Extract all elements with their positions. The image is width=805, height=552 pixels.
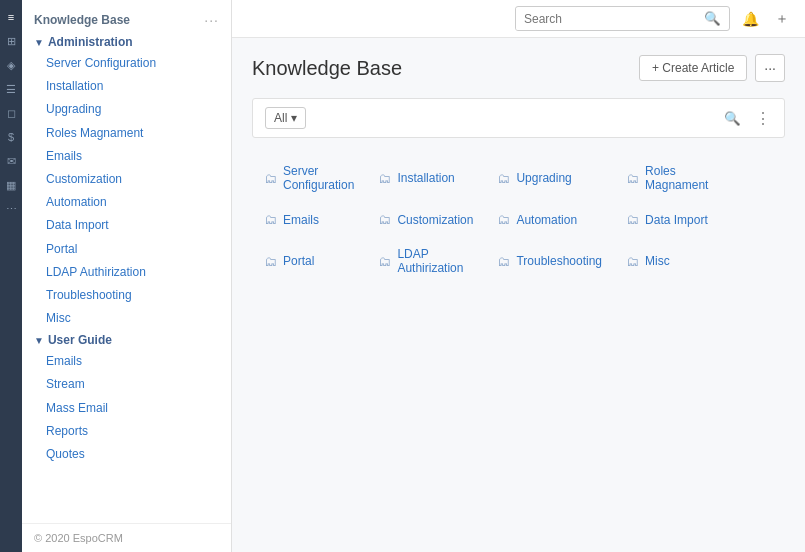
folder-portal[interactable]: 🗂 Portal: [252, 237, 366, 285]
folder-icon: 🗂: [497, 212, 510, 227]
nav-bar: ≡ ⊞ ◈ ☰ ◻ $ ✉ ▦ ⋯: [0, 0, 22, 552]
folder-label: Installation: [397, 171, 454, 185]
folder-roles-magnament[interactable]: 🗂 Roles Magnament: [614, 154, 720, 202]
folder-label: Portal: [283, 254, 314, 268]
page-actions: + Create Article ···: [639, 54, 785, 82]
filter-all-label: All: [274, 111, 287, 125]
bell-icon[interactable]: 🔔: [738, 9, 763, 29]
sidebar-knowledge-base-header: Knowledge Base ···: [22, 8, 231, 32]
folder-label: Automation: [516, 213, 577, 227]
sidebar-item-emails[interactable]: Emails: [22, 145, 231, 168]
folder-empty-1: [720, 154, 785, 202]
chevron-down-icon: ▾: [291, 111, 297, 125]
filter-search-button[interactable]: 🔍: [718, 109, 747, 128]
folder-icon: 🗂: [626, 171, 639, 186]
sidebar-item-misc[interactable]: Misc: [22, 307, 231, 330]
sidebar-item-customization[interactable]: Customization: [22, 168, 231, 191]
folder-icon: 🗂: [497, 254, 510, 269]
page: Knowledge Base + Create Article ··· All …: [232, 38, 805, 552]
folder-label: Emails: [283, 213, 319, 227]
nav-icon-grid[interactable]: ⊞: [2, 32, 20, 50]
sidebar-group-administration[interactable]: ▼ Administration: [22, 32, 231, 52]
folder-automation[interactable]: 🗂 Automation: [485, 202, 614, 237]
folder-grid: 🗂 Server Configuration 🗂 Installation 🗂 …: [252, 154, 785, 285]
arrow-icon: ▼: [34, 37, 44, 48]
sidebar-item-ug-stream[interactable]: Stream: [22, 373, 231, 396]
folder-empty-3: [720, 237, 785, 285]
filter-bar: All ▾ 🔍 ⋮: [252, 98, 785, 138]
folder-icon: 🗂: [497, 171, 510, 186]
sidebar-item-ldap[interactable]: LDAP Authirization: [22, 261, 231, 284]
filter-search-input[interactable]: [314, 111, 710, 125]
folder-icon: 🗂: [378, 254, 391, 269]
folder-label: Server Configuration: [283, 164, 354, 192]
sidebar-item-troubleshooting[interactable]: Troubleshooting: [22, 284, 231, 307]
folder-misc[interactable]: 🗂 Misc: [614, 237, 720, 285]
sidebar-knowledge-base-title: Knowledge Base: [34, 13, 130, 27]
sidebar-item-upgrading[interactable]: Upgrading: [22, 98, 231, 121]
folder-troubleshooting[interactable]: 🗂 Troubleshooting: [485, 237, 614, 285]
filter-all-select[interactable]: All ▾: [265, 107, 306, 129]
search-input[interactable]: [516, 8, 696, 30]
nav-icon-menu[interactable]: ≡: [2, 8, 20, 26]
plus-icon[interactable]: ＋: [771, 8, 793, 30]
folder-icon: 🗂: [264, 212, 277, 227]
folder-icon: 🗂: [626, 212, 639, 227]
main-content: 🔍 🔔 ＋ Knowledge Base + Create Article ··…: [232, 0, 805, 552]
sidebar-item-portal[interactable]: Portal: [22, 238, 231, 261]
folder-installation[interactable]: 🗂 Installation: [366, 154, 485, 202]
sidebar-item-data-import[interactable]: Data Import: [22, 214, 231, 237]
sidebar-item-installation[interactable]: Installation: [22, 75, 231, 98]
page-header: Knowledge Base + Create Article ···: [252, 54, 785, 82]
sidebar-knowledge-base-more[interactable]: ···: [204, 12, 219, 28]
folder-customization[interactable]: 🗂 Customization: [366, 202, 485, 237]
folder-label: Troubleshooting: [516, 254, 602, 268]
sidebar-item-ug-reports[interactable]: Reports: [22, 420, 231, 443]
sidebar-item-roles-magnament[interactable]: Roles Magnament: [22, 122, 231, 145]
folder-upgrading[interactable]: 🗂 Upgrading: [485, 154, 614, 202]
nav-icon-chart[interactable]: ▦: [2, 176, 20, 194]
folder-label: Upgrading: [516, 171, 571, 185]
nav-icon-more[interactable]: ⋯: [2, 200, 20, 218]
nav-icon-activities[interactable]: ◈: [2, 56, 20, 74]
folder-label: Misc: [645, 254, 670, 268]
sidebar-footer: © 2020 EspoCRM: [22, 523, 231, 552]
folder-label: Customization: [397, 213, 473, 227]
folder-emails[interactable]: 🗂 Emails: [252, 202, 366, 237]
sidebar-item-ug-mass-email[interactable]: Mass Email: [22, 397, 231, 420]
sidebar-group-user-guide-label: User Guide: [48, 333, 112, 347]
sidebar-item-ug-emails[interactable]: Emails: [22, 350, 231, 373]
folder-ldap[interactable]: 🗂 LDAP Authirization: [366, 237, 485, 285]
sidebar-item-server-configuration[interactable]: Server Configuration: [22, 52, 231, 75]
arrow-icon-user-guide: ▼: [34, 335, 44, 346]
search-button[interactable]: 🔍: [696, 7, 729, 30]
nav-icon-dollar[interactable]: $: [2, 128, 20, 146]
more-actions-button[interactable]: ···: [755, 54, 785, 82]
folder-server-configuration[interactable]: 🗂 Server Configuration: [252, 154, 366, 202]
filter-more-button[interactable]: ⋮: [755, 109, 772, 128]
folder-icon: 🗂: [626, 254, 639, 269]
folder-icon: 🗂: [264, 171, 277, 186]
folder-icon: 🗂: [264, 254, 277, 269]
topbar: 🔍 🔔 ＋: [232, 0, 805, 38]
folder-icon: 🗂: [378, 212, 391, 227]
create-article-button[interactable]: + Create Article: [639, 55, 747, 81]
page-title: Knowledge Base: [252, 57, 402, 80]
sidebar-item-ug-quotes[interactable]: Quotes: [22, 443, 231, 466]
nav-icon-square[interactable]: ◻: [2, 104, 20, 122]
folder-data-import[interactable]: 🗂 Data Import: [614, 202, 720, 237]
nav-icon-mail[interactable]: ✉: [2, 152, 20, 170]
folder-label: Data Import: [645, 213, 708, 227]
folder-empty-2: [720, 202, 785, 237]
sidebar-group-user-guide[interactable]: ▼ User Guide: [22, 330, 231, 350]
sidebar: Knowledge Base ··· ▼ Administration Serv…: [22, 0, 232, 552]
folder-icon: 🗂: [378, 171, 391, 186]
sidebar-item-automation[interactable]: Automation: [22, 191, 231, 214]
search-box: 🔍: [515, 6, 730, 31]
folder-label: LDAP Authirization: [397, 247, 473, 275]
sidebar-group-administration-label: Administration: [48, 35, 133, 49]
folder-label: Roles Magnament: [645, 164, 708, 192]
nav-icon-list[interactable]: ☰: [2, 80, 20, 98]
